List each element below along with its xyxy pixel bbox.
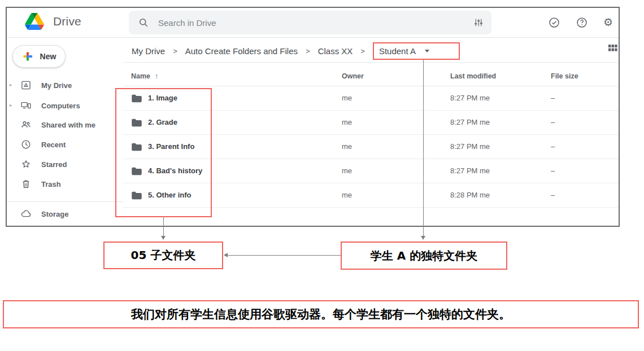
folder-icon [131,191,142,200]
sidebar-item-my-drive[interactable]: ▸ My Drive [7,76,123,95]
breadcrumb-divider [123,62,619,63]
folder-last-modified: 8:27 PM me [450,135,490,159]
table-row-folder-2[interactable]: 2. Grade me 8:27 PM me – [123,111,619,135]
sidebar-item-label: Storage [41,210,68,218]
search-options-icon[interactable] [472,17,484,28]
file-table-header: Name ↑ Owner Last modified File size [123,67,619,86]
sidebar-item-label: Recent [41,141,66,149]
drive-logo-wrap[interactable]: Drive [25,13,81,30]
column-header-file-size[interactable]: File size [551,67,578,86]
sidebar-item-label: Trash [41,180,61,188]
annotation-banner: 我们对所有学生信息使用谷歌驱动器。每个学生都有一个独特的文件夹。 [3,300,639,328]
table-row-folder-3[interactable]: 3. Parent Info me 8:27 PM me – [123,135,619,159]
sidebar-item-label: Shared with me [41,121,95,129]
column-header-last-modified[interactable]: Last modified [450,67,496,86]
arrowhead-down-icon [421,236,425,240]
folder-owner: me [342,183,352,207]
folder-name[interactable]: 1. Image [148,86,177,110]
arrowhead-left-icon [224,253,228,257]
connector-line-folders [163,217,164,236]
expand-chevron-icon[interactable]: ▸ [10,82,12,87]
folder-icon [131,118,142,128]
breadcrumb-separator: > [360,47,365,55]
sort-ascending-icon[interactable]: ↑ [155,67,158,86]
folder-last-modified: 8:27 PM me [450,159,490,183]
breadcrumb-current[interactable]: Student A [379,46,416,56]
annotation-subfolders-box: 05 子文件夹 [103,242,223,269]
breadcrumb-separator: > [306,47,310,55]
search-bar[interactable] [129,11,491,34]
trash-icon [20,178,32,190]
shared-with-me-icon [20,119,32,130]
table-row-folder-5[interactable]: 5. Other info me 8:28 PM me – [123,183,619,208]
column-header-name[interactable]: Name ↑ [131,67,158,86]
folder-file-size: – [551,183,555,207]
sidebar-item-shared-with-me[interactable]: Shared with me [7,115,123,134]
sidebar-item-label: My Drive [41,81,72,90]
sidebar-item-label: Starred [41,160,67,169]
breadcrumb-item[interactable]: Auto Create Folders and Files [185,46,298,56]
search-input[interactable] [157,17,472,28]
screenshot-root: { "colors": { "annotation_red": "#f0625c… [0,0,644,351]
folder-icon [131,142,142,152]
table-row-folder-4[interactable]: 4. Bad's history me 8:27 PM me – [123,159,619,183]
column-header-label: Name [131,67,150,86]
top-bar: Drive [7,8,619,38]
table-row-folder-1[interactable]: 1. Image me 8:27 PM me – [123,86,619,111]
annotation-unique-folder-label: 学生 A 的独特文件夹 [371,248,477,264]
offline-ready-icon[interactable] [548,16,560,29]
my-drive-icon [20,80,32,91]
annotation-unique-folder-box: 学生 A 的独特文件夹 [341,242,507,270]
app-title: Drive [53,15,81,28]
sidebar-item-computers[interactable]: ▸ Computers [7,96,123,115]
folder-owner: me [342,86,352,110]
folder-file-size: – [551,159,555,183]
annotation-banner-text: 我们对所有学生信息使用谷歌驱动器。每个学生都有一个独特的文件夹。 [131,306,511,322]
recent-icon [20,139,32,150]
plus-icon [22,51,33,62]
new-button-label: New [40,52,56,61]
folder-name[interactable]: 4. Bad's history [148,159,202,183]
sidebar-divider [7,201,123,202]
file-list: 1. Image me 8:27 PM me – 2. Grade me 8:2… [123,86,619,208]
folder-owner: me [342,135,352,159]
folder-last-modified: 8:27 PM me [450,86,490,110]
folder-last-modified: 8:27 PM me [450,111,490,134]
folder-owner: me [342,111,352,134]
storage-cloud-icon [20,208,32,220]
folder-file-size: – [551,111,555,134]
breadcrumb-item[interactable]: My Drive [132,46,165,56]
settings-icon[interactable]: ⚙ [603,16,613,29]
folder-owner: me [342,159,352,183]
sidebar-item-recent[interactable]: Recent [7,135,123,154]
search-icon[interactable] [138,17,149,28]
sidebar-item-label: Computers [41,102,80,110]
connector-line-between-boxes [225,255,341,256]
arrowhead-down-icon [161,236,166,240]
computers-icon [20,100,32,111]
help-icon[interactable] [576,16,588,29]
expand-chevron-icon[interactable]: ▸ [10,103,12,108]
sidebar-item-trash[interactable]: Trash [7,174,123,194]
folder-name[interactable]: 5. Other info [148,183,192,207]
chevron-down-icon[interactable] [425,50,429,52]
folder-file-size: – [551,135,555,159]
sidebar-item-starred[interactable]: Starred [7,155,123,174]
new-button[interactable]: New [12,45,66,68]
sidebar-item-storage[interactable]: Storage [7,204,123,223]
annotation-subfolders-label: 05 子文件夹 [131,248,196,263]
folder-icon [131,94,142,103]
starred-icon [20,159,32,170]
folder-name[interactable]: 2. Grade [148,111,177,134]
folder-last-modified: 8:28 PM me [450,183,490,207]
folder-name[interactable]: 3. Parent Info [148,135,194,159]
breadcrumb-item[interactable]: Class XX [318,46,353,56]
grid-view-icon[interactable] [608,44,617,52]
drive-window: Drive [6,7,620,227]
breadcrumb-separator: > [173,47,177,55]
drive-logo-icon [25,13,44,30]
breadcrumb: My Drive > Auto Create Folders and Files… [123,40,460,62]
column-header-owner[interactable]: Owner [342,67,364,86]
folder-file-size: – [551,86,555,110]
connector-line-student-a [423,60,424,236]
